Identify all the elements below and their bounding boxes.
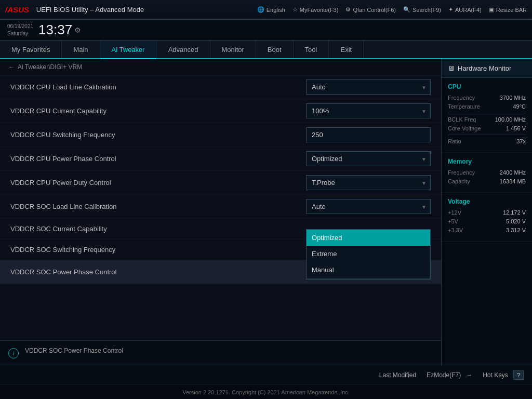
mem-capacity-row: Capacity 16384 MB (448, 178, 526, 184)
vddcr-soc-llc-dropdown[interactable]: Auto ▼ (306, 199, 431, 214)
info-text: VDDCR SOC Power Phase Control (25, 347, 123, 354)
core-voltage-row: Core Voltage 1.456 V (448, 125, 526, 131)
asus-logo: /ASUS (5, 5, 29, 14)
settings-list: VDDCR CPU Load Line Calibration Auto ▼ V… (0, 75, 441, 340)
tab-tool[interactable]: Tool (294, 41, 329, 58)
vddcr-cpu-switching-input[interactable] (306, 127, 431, 142)
vddcr-cpu-llc-dropdown[interactable]: Auto ▼ (306, 79, 431, 95)
cpu-temperature-row: Temperature 49°C (448, 103, 526, 110)
aura-icon: ✦ (448, 6, 453, 13)
v5-row: +5V 5.020 V (448, 218, 526, 224)
dropdown-option-optimized[interactable]: Optimized (307, 230, 430, 246)
memory-section: Memory Frequency 2400 MHz Capacity 16384… (442, 153, 532, 193)
monitor-icon: 🖥 (448, 64, 455, 72)
memory-section-title: Memory (448, 158, 526, 165)
setting-vddcr-soc-current: VDDCR SOC Current Capability Optimized E… (0, 219, 441, 240)
bclk-freq-row: BCLK Freq 100.00 MHz (448, 116, 526, 123)
setting-vddcr-cpu-current: VDDCR CPU Current Capability 100% ▼ (0, 99, 441, 123)
hardware-monitor-panel: 🖥 Hardware Monitor CPU Frequency 3700 MH… (441, 59, 532, 365)
ratio-row: Ratio 37x (448, 138, 526, 144)
vddcr-cpu-llc-value[interactable]: Auto (306, 79, 431, 95)
dropdown-option-manual[interactable]: Manual (307, 262, 430, 278)
resize-bar-btn[interactable]: ▣ Resize BAR (489, 6, 527, 13)
search-icon: 🔍 (403, 6, 410, 13)
header-right: 🌐 English ☆ MyFavorite(F3) ⚙ Qfan Contro… (257, 6, 527, 13)
ez-mode-label: EzMode(F7) (427, 371, 461, 379)
breadcrumb-path: Ai Tweaker\DIGI+ VRM (18, 63, 82, 71)
language-label: English (267, 7, 285, 13)
setting-vddcr-soc-llc: VDDCR SOC Load Line Calibration Auto ▼ (0, 195, 441, 219)
vddcr-cpu-current-dropdown[interactable]: 100% ▼ (306, 103, 431, 118)
tab-advanced[interactable]: Advanced (157, 41, 210, 58)
fan-icon: ⚙ (345, 6, 351, 13)
tab-main[interactable]: Main (62, 41, 100, 58)
setting-vddcr-cpu-power-phase: VDDCR CPU Power Phase Control Optimized … (0, 147, 441, 171)
version-text: Version 2.20.1271. Copyright (C) 2021 Am… (182, 389, 350, 395)
tab-boot[interactable]: Boot (256, 41, 294, 58)
my-favorite-btn[interactable]: ☆ MyFavorite(F3) (292, 6, 339, 13)
hot-keys-btn[interactable]: Hot Keys ? (483, 370, 524, 380)
version-bar: Version 2.20.1271. Copyright (C) 2021 Am… (0, 384, 532, 399)
setting-vddcr-cpu-switching: VDDCR CPU Switching Frequency (0, 123, 441, 147)
last-modified-label: Last Modified (379, 371, 416, 379)
mem-frequency-row: Frequency 2400 MHz (448, 169, 526, 176)
setting-vddcr-cpu-llc: VDDCR CPU Load Line Calibration Auto ▼ (0, 75, 441, 99)
tab-monitor[interactable]: Monitor (210, 41, 256, 58)
globe-icon: 🌐 (257, 6, 264, 13)
v33-row: +3.3V 3.312 V (448, 227, 526, 233)
main-container: /ASUS UEFI BIOS Utility – Advanced Mode … (0, 0, 532, 399)
timebar: 06/19/2021 Saturday 13:37 ⚙ (0, 20, 532, 41)
breadcrumb: ← Ai Tweaker\DIGI+ VRM (0, 59, 441, 75)
voltage-section-title: Voltage (448, 198, 526, 205)
language-selector[interactable]: 🌐 English (257, 6, 285, 13)
info-icon: i (8, 348, 19, 358)
back-arrow-icon[interactable]: ← (8, 63, 15, 71)
tab-ai-tweaker[interactable]: Ai Tweaker (100, 41, 157, 59)
hw-monitor-title: Hardware Monitor (458, 64, 511, 72)
nav-tabs: My Favorites Main Ai Tweaker Advanced Mo… (0, 41, 532, 59)
last-modified-btn[interactable]: Last Modified (379, 371, 416, 379)
main-panel: ← Ai Tweaker\DIGI+ VRM VDDCR CPU Load Li… (0, 59, 441, 365)
search-btn[interactable]: 🔍 Search(F9) (403, 6, 441, 13)
footer: Last Modified EzMode(F7) → Hot Keys ? (0, 365, 532, 384)
time-display: 13:37 ⚙ (38, 22, 81, 38)
header-left: /ASUS UEFI BIOS Utility – Advanced Mode (5, 5, 144, 14)
settings-gear-icon[interactable]: ⚙ (74, 26, 81, 34)
cpu-section: CPU Frequency 3700 MHz Temperature 49°C … (442, 78, 532, 153)
hw-monitor-header: 🖥 Hardware Monitor (442, 59, 532, 78)
dropdown-menu: Optimized Extreme Manual (306, 229, 431, 278)
setting-vddcr-cpu-duty: VDDCR CPU Power Duty Control T.Probe ▼ (0, 171, 441, 195)
question-icon: ? (513, 370, 524, 380)
qfan-btn[interactable]: ⚙ Qfan Control(F6) (345, 6, 396, 13)
ez-mode-btn[interactable]: EzMode(F7) → (427, 371, 472, 379)
vddcr-cpu-duty-dropdown[interactable]: T.Probe ▼ (306, 175, 431, 190)
cpu-section-title: CPU (448, 83, 526, 90)
aura-btn[interactable]: ✦ AURA(F4) (448, 6, 482, 13)
tab-exit[interactable]: Exit (329, 41, 364, 58)
tab-my-favorites[interactable]: My Favorites (0, 41, 62, 58)
header: /ASUS UEFI BIOS Utility – Advanced Mode … (0, 0, 532, 20)
hot-keys-label: Hot Keys (483, 371, 508, 379)
info-bar: i VDDCR SOC Power Phase Control (0, 340, 441, 365)
bios-title: UEFI BIOS Utility – Advanced Mode (36, 6, 144, 14)
content-area: ← Ai Tweaker\DIGI+ VRM VDDCR CPU Load Li… (0, 59, 532, 365)
dropdown-option-extreme[interactable]: Extreme (307, 246, 430, 262)
ez-mode-arrow-icon: → (466, 371, 472, 379)
v12-row: +12V 12.172 V (448, 209, 526, 216)
resize-icon: ▣ (489, 6, 494, 13)
vddcr-cpu-power-phase-dropdown[interactable]: Optimized ▼ (306, 151, 431, 166)
date-info: 06/19/2021 Saturday (7, 23, 33, 37)
cpu-frequency-row: Frequency 3700 MHz (448, 95, 526, 101)
star-icon: ☆ (292, 6, 298, 13)
voltage-section: Voltage +12V 12.172 V +5V 5.020 V +3.3V … (442, 193, 532, 242)
